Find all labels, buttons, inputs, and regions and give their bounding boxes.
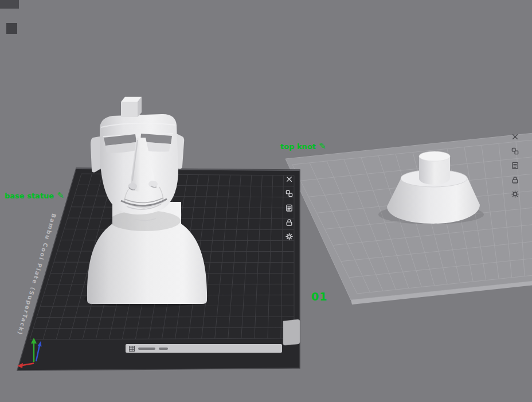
plate-settings-icon[interactable] (508, 188, 522, 201)
scene-canvas (0, 0, 532, 402)
strip-text-placeholder (159, 348, 168, 350)
lock-plate-icon[interactable] (283, 216, 296, 229)
plate-settings-strip[interactable] (126, 344, 282, 353)
strip-text-placeholder (138, 348, 155, 350)
plate-name-text: top knot (280, 142, 316, 151)
edit-pencil-icon[interactable]: ✎ (319, 142, 326, 151)
ui-fragment (0, 0, 19, 9)
plate-name-text: base statue (5, 192, 54, 200)
delete-plate-icon[interactable] (508, 130, 522, 143)
plate-label-icon[interactable] (508, 159, 522, 172)
edit-pencil-icon[interactable]: ✎ (57, 192, 64, 200)
plate-label-icon[interactable] (283, 201, 296, 214)
delete-plate-icon[interactable] (283, 173, 296, 186)
axis-origin (34, 361, 37, 364)
ui-fragment (6, 23, 17, 34)
viewport-3d[interactable]: base statue ✎ top knot ✎ 01 Bambu Cool P… (0, 0, 532, 402)
plate-grid-icon (129, 346, 135, 352)
plate-number-badge: 01 (311, 290, 327, 303)
plate-settings-icon[interactable] (283, 230, 296, 243)
plate-name-base-statue[interactable]: base statue ✎ (5, 192, 64, 200)
plate-corner-tab (283, 319, 300, 345)
arrange-plate-icon[interactable] (283, 187, 296, 200)
plate-toolbar-dark (283, 173, 296, 243)
plate-name-top-knot[interactable]: top knot ✎ (280, 142, 326, 151)
lock-plate-icon[interactable] (508, 173, 522, 186)
plate-toolbar-light (508, 130, 522, 201)
arrange-plate-icon[interactable] (508, 145, 522, 158)
